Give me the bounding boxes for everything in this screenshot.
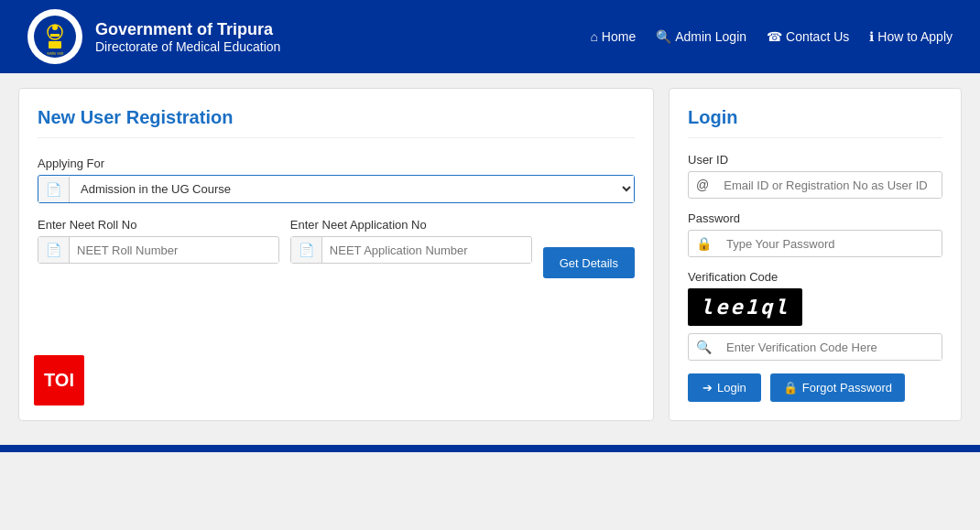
nav-admin-login[interactable]: 🔍 Admin Login bbox=[656, 29, 746, 44]
course-select[interactable]: Admission in the UG CourseAdmission in t… bbox=[70, 176, 634, 202]
neet-roll-label: Enter Neet Roll No bbox=[38, 218, 279, 232]
neet-roll-wrapper: 📄 bbox=[38, 236, 279, 264]
org-name: Government of Tripura bbox=[95, 20, 280, 39]
user-id-label: User ID bbox=[688, 153, 942, 167]
nav-how-to-apply[interactable]: ℹ How to Apply bbox=[869, 29, 953, 44]
verification-wrap: 🔍 bbox=[688, 333, 942, 361]
login-arrow-icon: ➔ bbox=[702, 381, 713, 395]
verification-field: Verification Code lee1ql 🔍 bbox=[688, 270, 942, 361]
verification-label: Verification Code bbox=[688, 270, 942, 284]
at-icon: @ bbox=[689, 172, 716, 198]
login-buttons: ➔ Login 🔒 Forgot Password bbox=[688, 373, 942, 402]
home-icon: ⌂ bbox=[590, 29, 597, 44]
svg-point-3 bbox=[52, 25, 58, 30]
govt-emblem: सत्यमेव जयते bbox=[27, 9, 82, 64]
phone-icon: ☎ bbox=[767, 29, 782, 44]
info-icon: ℹ bbox=[869, 29, 874, 44]
login-title: Login bbox=[688, 107, 942, 138]
user-id-input[interactable] bbox=[716, 173, 942, 198]
svg-rect-2 bbox=[49, 41, 61, 49]
password-field: Password 🔒 bbox=[688, 211, 942, 257]
neet-inline-form: Enter Neet Roll No 📄 Enter Neet Applicat… bbox=[38, 218, 635, 278]
svg-text:सत्यमेव जयते: सत्यमेव जयते bbox=[46, 51, 64, 56]
password-label: Password bbox=[688, 211, 942, 225]
forgot-lock-icon: 🔒 bbox=[783, 381, 798, 395]
bottom-bar bbox=[0, 445, 980, 452]
header: सत्यमेव जयते Government of Tripura Direc… bbox=[0, 0, 980, 73]
neet-app-input[interactable] bbox=[322, 238, 531, 263]
applying-for-label: Applying For bbox=[38, 157, 635, 170]
neet-roll-input[interactable] bbox=[70, 238, 278, 263]
right-panel: Login User ID @ Password 🔒 Verification … bbox=[669, 88, 962, 421]
neet-app-group: Enter Neet Application No 📄 bbox=[290, 218, 532, 264]
left-panel: New User Registration Applying For 📄 Adm… bbox=[18, 88, 654, 421]
header-nav: ⌂ Home 🔍 Admin Login ☎ Contact Us ℹ How … bbox=[590, 29, 953, 44]
lock-icon: 🔒 bbox=[689, 231, 719, 256]
svg-rect-4 bbox=[50, 34, 60, 37]
neet-roll-icon: 📄 bbox=[38, 237, 70, 263]
header-title: Government of Tripura Directorate of Med… bbox=[95, 20, 280, 54]
password-wrap: 🔒 bbox=[688, 230, 942, 257]
neet-app-label: Enter Neet Application No bbox=[290, 218, 532, 232]
captcha-image: lee1ql bbox=[688, 288, 802, 326]
header-left: सत्यमेव जयते Government of Tripura Direc… bbox=[27, 9, 280, 64]
neet-app-icon: 📄 bbox=[291, 237, 322, 263]
course-select-wrapper: 📄 Admission in the UG CourseAdmission in… bbox=[38, 175, 635, 203]
applying-for-group: Applying For 📄 Admission in the UG Cours… bbox=[38, 157, 635, 203]
user-id-field: User ID @ bbox=[688, 153, 942, 199]
search-icon: 🔍 bbox=[656, 29, 671, 44]
nav-home[interactable]: ⌂ Home bbox=[590, 29, 636, 44]
dept-name: Directorate of Medical Education bbox=[95, 39, 280, 54]
password-input[interactable] bbox=[719, 232, 942, 256]
registration-title: New User Registration bbox=[38, 107, 635, 138]
neet-roll-group: Enter Neet Roll No 📄 bbox=[38, 218, 279, 264]
get-details-button[interactable]: Get Details bbox=[543, 247, 635, 278]
toi-banner: TOI bbox=[34, 355, 84, 406]
neet-app-wrapper: 📄 bbox=[290, 236, 532, 264]
main-content: New User Registration Applying For 📄 Adm… bbox=[0, 73, 980, 436]
verification-input[interactable] bbox=[719, 335, 942, 360]
course-icon: 📄 bbox=[38, 177, 70, 202]
verify-icon: 🔍 bbox=[689, 334, 719, 360]
nav-contact[interactable]: ☎ Contact Us bbox=[767, 29, 849, 44]
login-button[interactable]: ➔ Login bbox=[688, 373, 761, 402]
forgot-password-button[interactable]: 🔒 Forgot Password bbox=[770, 373, 905, 402]
user-id-wrap: @ bbox=[688, 171, 942, 199]
